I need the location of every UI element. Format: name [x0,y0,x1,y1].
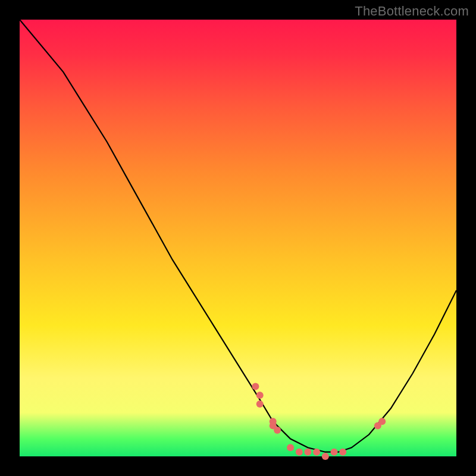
chart-marker [256,392,264,399]
chart-marker [296,449,303,456]
chart-stage: TheBottleneck.com [0,0,476,476]
chart-marker [287,444,294,451]
chart-marker [252,383,259,390]
chart-marker [322,453,329,460]
chart-marker [313,449,320,456]
chart-plot-area [20,20,456,456]
chart-marker [339,449,346,456]
chart-marker [304,449,311,456]
chart-marker [331,449,338,456]
chart-marker [378,418,386,425]
watermark-label: TheBottleneck.com [355,4,469,19]
bottleneck-curve [20,20,456,452]
chart-marker [256,400,264,408]
chart-markers [252,383,386,460]
chart-svg [20,20,456,456]
chart-marker [274,427,281,434]
